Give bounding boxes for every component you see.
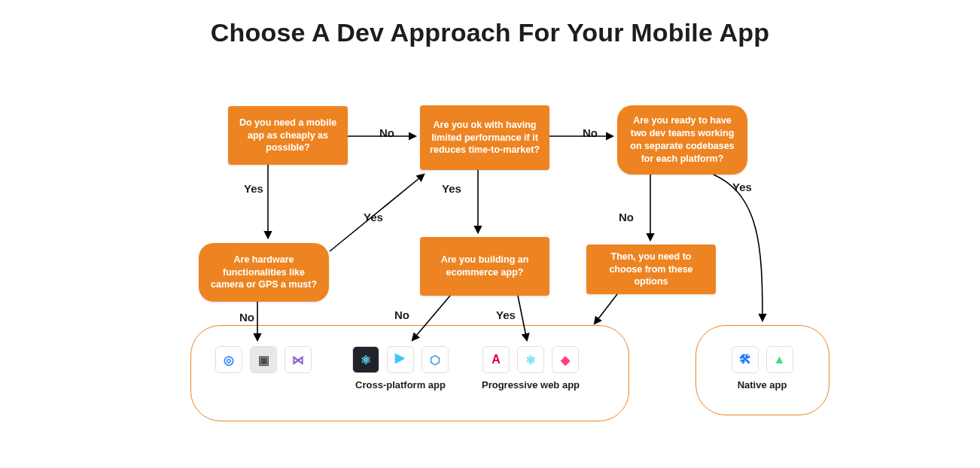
xcode-icon: 🛠 [732, 346, 759, 373]
edge-perf-no: No [580, 126, 600, 139]
edge-hw-no: No [237, 311, 257, 324]
edge-perf-yes: Yes [440, 182, 464, 195]
polymer-icon: ◆ [552, 346, 579, 373]
node-hardware: Are hardware functionalities like camera… [199, 243, 329, 302]
page-title: Choose A Dev Approach For Your Mobile Ap… [0, 18, 980, 47]
native-label: Native app [708, 379, 817, 391]
edge-teams-no: No [616, 211, 636, 223]
cross-platform-group: ⚛ ⯈ ⬡ Cross-platform app [340, 346, 461, 391]
node-two-teams: Are you ready to have two dev teams work… [617, 105, 747, 175]
node-ecommerce: Are you building an ecommerce app? [420, 237, 549, 296]
edge-cheap-yes: Yes [242, 182, 266, 195]
edge-ecom-no: No [392, 308, 412, 321]
pwa-label: Progressive web app [467, 379, 595, 391]
cross-platform-label: Cross-platform app [340, 379, 461, 391]
android-studio-icon: ▲ [766, 346, 793, 373]
hybrid-app-group: ◎ ▣ ⋈ [207, 346, 320, 373]
native-group: 🛠 ▲ Native app [708, 346, 817, 391]
node-choose-options: Then, you need to choose from these opti… [586, 245, 716, 294]
flutter-icon: ⯈ [387, 346, 414, 373]
react-icon: ⚛ [352, 346, 379, 373]
ionic-icon: ◎ [215, 346, 242, 373]
edge-hw-yes: Yes [361, 211, 385, 223]
edge-ecom-yes: Yes [494, 308, 518, 321]
react-icon: ⚛ [517, 346, 544, 373]
node-performance: Are you ok with having limited performan… [420, 105, 549, 170]
visual-studio-icon: ⋈ [285, 346, 312, 373]
pwa-group: A ⚛ ◆ Progressive web app [467, 346, 595, 391]
edge-teams-yes: Yes [730, 181, 754, 193]
svg-line-9 [595, 294, 617, 324]
xamarin-icon: ⬡ [422, 346, 449, 373]
edge-cheap-no: No [377, 126, 397, 139]
node-need-cheap: Do you need a mobile app as cheaply as p… [228, 106, 348, 165]
angular-icon: A [482, 346, 510, 373]
cordova-icon: ▣ [250, 346, 277, 373]
